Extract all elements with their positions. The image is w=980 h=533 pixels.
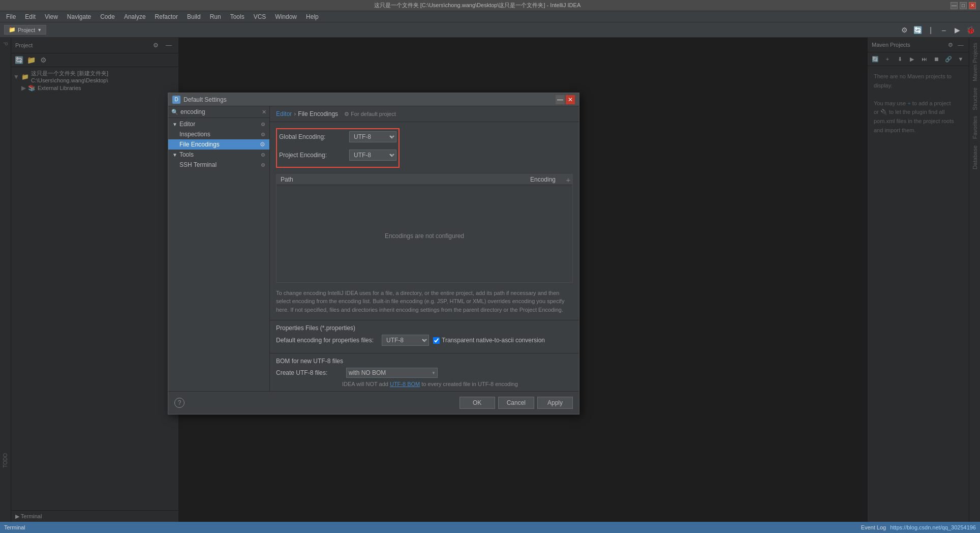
file-encodings-settings-icon: ⚙ [260, 141, 265, 148]
dialog-title-bar: D Default Settings — ✕ [168, 93, 579, 106]
global-encoding-label: Global Encoding: [279, 133, 345, 140]
transparent-conversion-label: Transparent native-to-ascii conversion [442, 337, 545, 344]
menu-vcs[interactable]: VCS [250, 12, 270, 21]
project-selector[interactable]: 📁 Project ▼ [4, 25, 46, 35]
project-selector-arrow: ▼ [37, 27, 42, 33]
menu-navigate[interactable]: Navigate [63, 12, 95, 21]
ssh-terminal-label: SSH Terminal [179, 161, 217, 168]
dialog-close-btn[interactable]: ✕ [566, 95, 575, 104]
status-left: Terminal [4, 524, 25, 530]
encoding-highlight-box: Global Encoding: UTF-8 UTF-16 ISO-8859-1… [276, 128, 400, 168]
menu-view[interactable]: View [41, 12, 62, 21]
minimize-btn[interactable]: — [951, 2, 958, 9]
tools-label: Tools [179, 151, 194, 158]
title-bar-buttons: — □ ✕ [951, 2, 976, 9]
breadcrumb-sep: › [294, 110, 296, 117]
bom-section: BOM for new UTF-8 files Create UTF-8 fil… [270, 353, 579, 391]
maximize-btn[interactable]: □ [960, 2, 967, 9]
terminal-tab[interactable]: Terminal [4, 524, 25, 530]
properties-title: Properties Files (*.properties) [276, 324, 573, 332]
transparent-conversion-checkbox-label[interactable]: Transparent native-to-ascii conversion [433, 337, 545, 344]
dialog-minimize-btn[interactable]: — [556, 95, 565, 104]
breadcrumb-file-encodings: File Encodings [298, 110, 338, 117]
file-encodings-label: File Encodings [179, 141, 220, 148]
table-add-btn[interactable]: + [566, 176, 570, 184]
table-empty-message: Encodings are not configured [277, 185, 572, 283]
default-settings-dialog: D Default Settings — ✕ 🔍 ✕ ▼ [168, 93, 579, 414]
default-encoding-label: Default encoding for properties files: [276, 337, 378, 344]
editor-expand-icon: ▼ [172, 122, 177, 127]
sidebar-item-file-encodings[interactable]: File Encodings ⚙ [168, 139, 269, 150]
bom-title: BOM for new UTF-8 files [276, 358, 573, 365]
menu-edit[interactable]: Edit [21, 12, 40, 21]
menu-analyze[interactable]: Analyze [120, 12, 150, 21]
status-right: Event Log https://blog.csdn.net/qq_30254… [861, 524, 976, 530]
menu-tools[interactable]: Tools [226, 12, 249, 21]
search-icon: 🔍 [171, 109, 178, 115]
event-log-link[interactable]: Event Log [861, 524, 886, 530]
bom-label: Create UTF-8 files: [276, 369, 342, 376]
toolbar-debug-btn[interactable]: 🐞 [965, 24, 976, 36]
menu-file[interactable]: File [2, 12, 20, 21]
toolbar-expand-btn[interactable]: | [925, 24, 936, 36]
ok-button[interactable]: OK [460, 397, 495, 409]
breadcrumb-editor[interactable]: Editor [276, 110, 292, 117]
title-bar-text: 这只是一个文件夹 [C:\Users\chong.wang\Desktop\这只… [4, 2, 951, 9]
bom-select-wrapper: with NO BOM with BOM with BOM (UTF-8-BOM… [346, 368, 438, 378]
menu-help[interactable]: Help [302, 12, 323, 21]
bom-note-link[interactable]: UTF-8 BOM [390, 381, 420, 387]
bom-note-prefix: IDEA will NOT add [342, 381, 390, 387]
project-encoding-select-wrapper: UTF-8 UTF-16 ISO-8859-1 GBK [349, 150, 396, 161]
project-encoding-row: Project Encoding: UTF-8 UTF-16 ISO-8859-… [279, 150, 396, 161]
menu-run[interactable]: Run [206, 12, 225, 21]
table-header-encoding: Encoding [517, 176, 568, 183]
encoding-settings: Global Encoding: UTF-8 UTF-16 ISO-8859-1… [270, 122, 579, 174]
table-empty-text: Encodings are not configured [385, 232, 464, 240]
apply-button[interactable]: Apply [537, 397, 573, 409]
content-breadcrumb: Editor › File Encodings ⚙ For default pr… [270, 106, 579, 122]
menu-window[interactable]: Window [271, 12, 301, 21]
sidebar-item-inspections[interactable]: Inspections ⚙ [168, 129, 269, 139]
toolbar-collapse-btn[interactable]: – [938, 24, 950, 36]
toolbar-run-btn[interactable]: ▶ [952, 24, 963, 36]
table-header-path: Path [281, 176, 517, 183]
menu-code[interactable]: Code [96, 12, 119, 21]
menu-refactor[interactable]: Refactor [151, 12, 182, 21]
dialog-footer: ? OK Cancel Apply [168, 391, 579, 414]
sidebar-item-tools[interactable]: ▼ Tools ⚙ [168, 150, 269, 160]
global-encoding-select[interactable]: UTF-8 UTF-16 ISO-8859-1 GBK [349, 131, 396, 142]
dialog-title-text: Default Settings [183, 96, 556, 103]
toolbar-sync-btn[interactable]: 🔄 [912, 24, 923, 36]
toolbar-settings-btn[interactable]: ⚙ [899, 24, 910, 36]
dialog-help-btn[interactable]: ? [174, 398, 185, 408]
cancel-button[interactable]: Cancel [498, 397, 534, 409]
toolbar: 📁 Project ▼ ⚙ 🔄 | – ▶ 🐞 [0, 22, 980, 38]
description-text: To change encoding IntelliJ IDEA uses fo… [276, 290, 564, 313]
search-input[interactable] [180, 108, 260, 115]
global-encoding-select-wrapper: UTF-8 UTF-16 ISO-8859-1 GBK [349, 131, 396, 142]
breadcrumb-note: ⚙ For default project [344, 111, 396, 117]
bom-note-suffix: to every created file in UTF-8 encoding [421, 381, 518, 387]
default-encoding-select[interactable]: UTF-8 UTF-16 ISO-8859-1 [382, 335, 429, 346]
inspections-label: Inspections [179, 131, 210, 138]
search-clear-btn[interactable]: ✕ [262, 109, 266, 115]
default-encoding-select-wrapper: UTF-8 UTF-16 ISO-8859-1 [382, 335, 429, 346]
ssh-settings-icon: ⚙ [261, 162, 265, 168]
dialog-content: Editor › File Encodings ⚙ For default pr… [270, 106, 579, 391]
close-btn[interactable]: ✕ [969, 2, 976, 9]
transparent-conversion-checkbox[interactable] [433, 337, 440, 344]
dialog-footer-buttons: OK Cancel Apply [460, 397, 573, 409]
sidebar-tree: ▼ Editor ⚙ Inspections ⚙ F [168, 118, 269, 171]
sidebar-item-editor[interactable]: ▼ Editor ⚙ [168, 119, 269, 129]
editor-label: Editor [179, 121, 195, 128]
project-encoding-select[interactable]: UTF-8 UTF-16 ISO-8859-1 GBK [349, 150, 396, 161]
dialog-body: 🔍 ✕ ▼ Editor ⚙ Inspectio [168, 106, 579, 391]
menu-bar: File Edit View Navigate Code Analyze Ref… [0, 11, 980, 22]
dialog-search-bar: 🔍 ✕ [168, 106, 269, 118]
sidebar-item-ssh-terminal[interactable]: SSH Terminal ⚙ [168, 160, 269, 170]
global-encoding-row: Global Encoding: UTF-8 UTF-16 ISO-8859-1… [279, 131, 396, 142]
bom-select[interactable]: with NO BOM with BOM with BOM (UTF-8-BOM… [346, 368, 438, 378]
tools-expand-icon: ▼ [172, 152, 177, 158]
title-bar: 这只是一个文件夹 [C:\Users\chong.wang\Desktop\这只… [0, 0, 980, 11]
menu-build[interactable]: Build [183, 12, 205, 21]
